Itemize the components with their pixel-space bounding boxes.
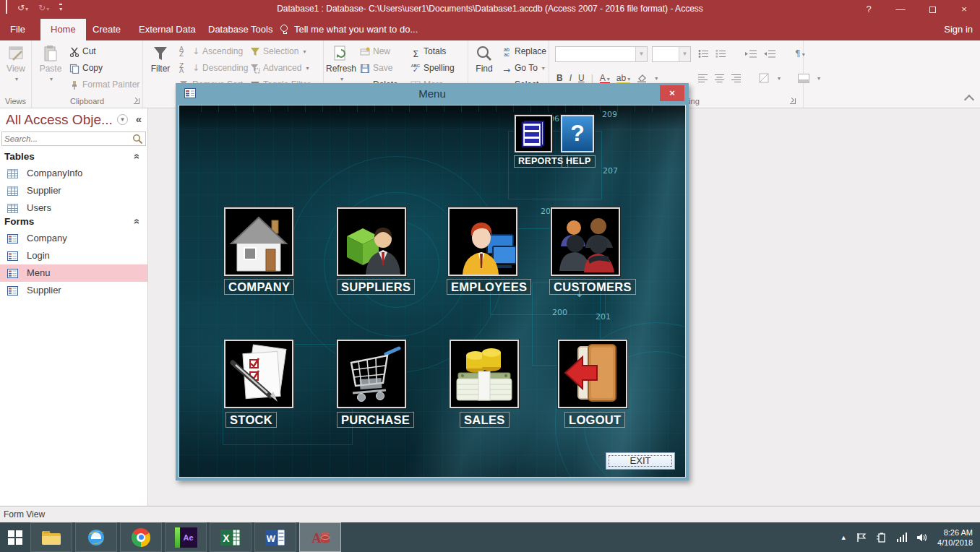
taskbar-clock[interactable]: 8:26 AM 4/10/2018 (937, 527, 973, 548)
go-to-button[interactable]: → Go To▾ (502, 61, 545, 75)
increase-indent-icon[interactable] (745, 49, 757, 59)
highlight-color-button[interactable]: ab▾ (616, 73, 630, 83)
network-signal-icon[interactable] (897, 532, 908, 542)
group-header-forms[interactable]: Forms« (0, 213, 147, 230)
search-input[interactable] (4, 133, 127, 145)
text-formatting-dialog-launcher-icon[interactable] (790, 98, 796, 104)
collapse-group-icon[interactable]: « (129, 219, 146, 225)
logout-label[interactable]: LOGOUT (564, 412, 625, 428)
descending-button[interactable]: ZA↓ Descending (179, 61, 248, 75)
sign-in-link[interactable]: Sign in (944, 19, 973, 40)
battery-icon[interactable] (876, 532, 887, 543)
sidebar-item-menu[interactable]: Menu (0, 264, 147, 282)
taskbar-word[interactable]: W (254, 522, 296, 552)
sidebar-item-company-form[interactable]: Company (0, 230, 147, 247)
menu-form-close-button[interactable]: × (660, 85, 684, 101)
paste-button[interactable]: Paste▾ (35, 45, 66, 84)
font-name-combobox[interactable]: ▼ (555, 46, 648, 62)
tray-expand-icon[interactable]: ▲ (841, 534, 847, 541)
customers-button[interactable] (551, 207, 620, 276)
sidebar-item-supplier-form[interactable]: Supplier (0, 282, 147, 299)
shutter-bar-close-icon[interactable]: « (136, 113, 142, 125)
sidebar-item-companyinfo[interactable]: CompanyInfo (0, 165, 147, 182)
gridlines-icon[interactable] (759, 73, 770, 83)
find-button[interactable]: Find (468, 45, 500, 74)
align-right-icon[interactable] (731, 74, 742, 82)
purchase-button[interactable] (337, 340, 406, 408)
underline-button[interactable]: U (578, 73, 585, 83)
restore-button[interactable] (916, 0, 948, 19)
suppliers-label[interactable]: SUPPLIERS (337, 279, 415, 295)
collapse-ribbon-icon[interactable] (964, 95, 974, 105)
replace-button[interactable]: abac Replace (502, 45, 546, 59)
tab-database-tools[interactable]: Database Tools (198, 19, 283, 40)
taskbar-after-effects[interactable]: Ae (165, 522, 207, 552)
sales-button[interactable] (450, 340, 519, 408)
numbered-list-icon[interactable] (715, 49, 726, 59)
tab-file[interactable]: File (0, 19, 35, 40)
volume-icon[interactable] (916, 532, 928, 543)
menu-form-title-bar[interactable]: Menu × (176, 83, 689, 105)
taskbar-internet-explorer[interactable] (75, 522, 117, 552)
format-painter-button[interactable]: Format Painter (69, 78, 139, 92)
cut-button[interactable]: Cut (69, 45, 96, 59)
collapse-group-icon[interactable]: « (129, 154, 146, 160)
taskbar-excel[interactable]: X (210, 522, 252, 552)
help-button[interactable]: ? (853, 0, 885, 19)
sidebar-item-login[interactable]: Login (0, 247, 147, 264)
bulleted-list-icon[interactable] (698, 49, 709, 59)
selection-button[interactable]: Selection▾ (250, 45, 306, 59)
customers-label[interactable]: CUSTOMERS (549, 279, 636, 295)
font-color-button[interactable]: A▾ (600, 73, 610, 83)
tab-external-data[interactable]: External Data (129, 19, 206, 40)
refresh-button[interactable]: Refresh▾ (325, 45, 357, 84)
sales-label[interactable]: SALES (460, 412, 510, 428)
reports-button[interactable] (515, 115, 552, 152)
help-label[interactable]: HELP (562, 155, 596, 168)
search-icon[interactable] (132, 134, 143, 145)
ascending-button[interactable]: AZ↓ Ascending (179, 45, 243, 59)
tab-create[interactable]: Create (82, 19, 131, 40)
nav-pane-menu-icon[interactable]: ▼ (117, 114, 128, 125)
new-record-button[interactable]: New (360, 45, 390, 59)
sidebar-item-supplier-table[interactable]: Supplier (0, 182, 147, 199)
purchase-label[interactable]: PURCHASE (337, 412, 414, 428)
background-fill-icon[interactable] (637, 73, 647, 83)
exit-button[interactable]: EXIT (606, 452, 675, 470)
suppliers-button[interactable] (337, 207, 406, 276)
stock-button[interactable] (224, 340, 293, 408)
tab-home[interactable]: Home (40, 19, 86, 40)
alternate-row-color-icon[interactable] (798, 74, 809, 83)
bold-button[interactable]: B (556, 73, 563, 83)
align-center-icon[interactable] (715, 74, 725, 82)
taskbar-file-explorer[interactable] (30, 522, 72, 552)
minimize-button[interactable]: — (885, 0, 916, 19)
tell-me-box[interactable]: Tell me what you want to do... (280, 19, 418, 40)
logout-button[interactable] (558, 340, 627, 408)
filter-button[interactable]: Filter (145, 45, 176, 74)
decrease-indent-icon[interactable] (764, 49, 776, 59)
totals-button[interactable]: Σ Totals (411, 45, 446, 59)
help-button-tile[interactable]: ? (561, 115, 594, 152)
taskbar-chrome[interactable] (120, 522, 162, 552)
view-button[interactable]: View▾ (0, 45, 32, 84)
copy-button[interactable]: Copy (69, 61, 103, 75)
start-button[interactable] (0, 522, 30, 552)
advanced-button[interactable]: Advanced▾ (250, 61, 309, 75)
taskbar-access[interactable]: A (299, 522, 341, 552)
align-left-icon[interactable] (698, 74, 708, 82)
spelling-button[interactable]: ABC✓ Spelling (411, 61, 455, 75)
search-box[interactable] (1, 131, 146, 146)
reports-label[interactable]: REPORTS (514, 155, 568, 168)
text-direction-icon[interactable]: ¶▾ (795, 48, 805, 59)
stock-label[interactable]: STOCK (225, 412, 277, 428)
company-label[interactable]: COMPANY (224, 279, 294, 295)
action-center-flag-icon[interactable] (856, 532, 867, 543)
italic-button[interactable]: I (569, 73, 572, 83)
group-header-tables[interactable]: Tables« (0, 148, 147, 165)
clipboard-dialog-launcher-icon[interactable] (134, 98, 139, 104)
font-size-combobox[interactable]: ▼ (652, 46, 691, 62)
employees-button[interactable] (448, 207, 517, 276)
employees-label[interactable]: EMPLOYEES (447, 279, 531, 295)
save-record-button[interactable]: Save (360, 61, 392, 75)
